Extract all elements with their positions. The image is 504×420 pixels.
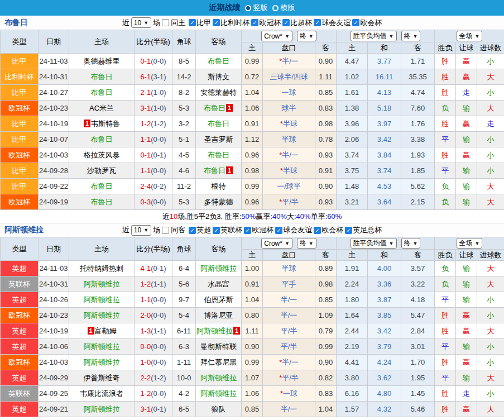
home-team-link[interactable]: 格拉茨风暴 xyxy=(84,151,120,159)
away-team-link[interactable]: 拜仁慕尼黑 xyxy=(200,358,237,366)
home-team-link[interactable]: 阿斯顿维拉 xyxy=(84,311,120,319)
odds-away-cell: 1.09 xyxy=(315,308,337,323)
home-team-link[interactable]: 阿斯顿维拉 xyxy=(84,280,120,288)
bookmaker-select[interactable]: Crow*▼ xyxy=(261,238,292,249)
checkbox-checked-icon[interactable]: ✓ xyxy=(282,19,290,26)
checkbox-checked-icon[interactable]: ✓ xyxy=(213,19,220,26)
checkbox-checked-icon[interactable]: ✓ xyxy=(244,227,251,234)
checkbox-checked-icon[interactable]: ✓ xyxy=(251,19,258,26)
radio-unselected-icon[interactable] xyxy=(272,5,279,11)
home-team-link[interactable]: 韦斯特鲁 xyxy=(91,120,120,128)
away-team-link[interactable]: 布鲁日 xyxy=(208,120,229,128)
home-team-link[interactable]: 布鲁日 xyxy=(91,182,113,190)
checkbox-checked-icon[interactable]: ✓ xyxy=(314,227,321,234)
red-card-badge: 1 xyxy=(226,166,233,174)
league-filter[interactable]: ✓比利时杯 xyxy=(213,18,249,28)
layout-radio-vertical[interactable]: 竖版 xyxy=(245,3,268,13)
league-filter[interactable]: ✓英足总杯 xyxy=(345,225,382,235)
wdl-average-select[interactable]: 胜平负均值▼ xyxy=(351,238,397,249)
home-team-link[interactable]: 托特纳姆热刺 xyxy=(80,264,123,273)
league-filter[interactable]: ✓欧冠杯 xyxy=(251,18,281,28)
away-team-link[interactable]: 布鲁日 xyxy=(208,57,229,65)
league-badge: 比甲 xyxy=(1,163,39,179)
checkbox-checked-icon[interactable]: ✓ xyxy=(213,227,220,234)
league-filter[interactable]: ✓球会友谊 xyxy=(314,18,351,28)
home-team-link[interactable]: 布鲁日 xyxy=(91,73,113,81)
home-team-link[interactable]: 布鲁日 xyxy=(91,88,113,97)
same-venue-checkbox[interactable] xyxy=(162,227,169,234)
handicap-text: 半球 xyxy=(282,135,296,144)
wdl-time-select[interactable]: 终▼ xyxy=(401,238,421,249)
avg-home-odds-cell: 4.47 xyxy=(337,54,368,69)
away-team-link[interactable]: 根特 xyxy=(212,182,226,190)
checkbox-checked-icon[interactable]: ✓ xyxy=(189,227,196,234)
handicap-cell: 半/一 xyxy=(263,292,315,308)
league-filter[interactable]: ✓英超 xyxy=(189,225,211,235)
away-team-link[interactable]: 曼彻斯特联 xyxy=(200,342,237,351)
bookmaker-select[interactable]: Crow*▼ xyxy=(261,31,292,41)
league-filter[interactable]: ✓球会友谊 xyxy=(275,225,312,235)
checkbox-checked-icon[interactable]: ✓ xyxy=(345,227,352,234)
away-team-link[interactable]: 安德莱赫特 xyxy=(200,88,237,97)
handicap-text: 球半 xyxy=(282,104,296,112)
avg-home-odds-cell: 1.64 xyxy=(337,308,368,323)
halftime-score: (1-2) xyxy=(151,120,166,128)
away-team-link[interactable]: 阿斯顿维拉 xyxy=(200,389,237,398)
home-team-link[interactable]: 阿斯顿维拉 xyxy=(84,295,120,304)
checkbox-checked-icon[interactable]: ✓ xyxy=(314,19,321,26)
same-venue-checkbox[interactable] xyxy=(162,19,169,26)
team-name[interactable]: 布鲁日 xyxy=(4,18,28,28)
home-team-link[interactable]: 阿斯顿维拉 xyxy=(84,342,120,351)
result-outcome-cell: 负 xyxy=(435,261,456,276)
away-team-link[interactable]: 布鲁日 xyxy=(204,104,225,112)
odds-time-select[interactable]: 终▼ xyxy=(297,238,316,249)
recent-count-select[interactable]: 10▼ xyxy=(131,17,151,28)
odds-time-select[interactable]: 终▼ xyxy=(297,31,316,41)
checkbox-checked-icon[interactable]: ✓ xyxy=(352,19,359,26)
league-badge: 比甲 xyxy=(1,54,39,69)
handicap-text: 平/半 xyxy=(281,342,297,351)
wdl-time-select[interactable]: 终▼ xyxy=(401,31,421,41)
home-team-link[interactable]: 布鲁日 xyxy=(91,198,113,206)
away-team-link[interactable]: 博洛尼亚 xyxy=(204,311,233,319)
home-team-link[interactable]: 沙勒罗瓦 xyxy=(87,166,116,175)
away-team-link[interactable]: 多特蒙德 xyxy=(204,198,233,206)
radio-selected-icon[interactable] xyxy=(245,5,251,11)
home-team-link[interactable]: 富勒姆 xyxy=(95,327,117,335)
avg-away-odds-cell: 3.01 xyxy=(401,339,435,355)
home-team-link[interactable]: 奥德赫维里 xyxy=(84,57,120,65)
scope-select[interactable]: 全场▼ xyxy=(457,31,483,41)
recent-count-select[interactable]: 10▼ xyxy=(131,225,151,236)
away-team-link[interactable]: 水晶宫 xyxy=(208,280,229,288)
league-filter[interactable]: ✓欧会杯 xyxy=(314,225,343,235)
team-name[interactable]: 阿斯顿维拉 xyxy=(4,225,44,235)
home-team-link[interactable]: 伊普斯维奇 xyxy=(84,374,120,382)
away-team-link[interactable]: 布鲁日 xyxy=(204,166,225,175)
away-team-link[interactable]: 狼队 xyxy=(212,405,226,413)
away-team-link[interactable]: 圣吉罗斯 xyxy=(204,135,233,144)
checkbox-checked-icon[interactable]: ✓ xyxy=(189,19,196,26)
home-team-link[interactable]: AC米兰 xyxy=(89,104,114,112)
home-team-link[interactable]: 布鲁日 xyxy=(91,135,113,144)
checkbox-checked-icon[interactable]: ✓ xyxy=(275,227,282,234)
home-team-link[interactable]: 阿斯顿维拉 xyxy=(84,405,120,413)
result-outcome-cell: 胜 xyxy=(435,323,456,339)
home-team-link[interactable]: 阿斯顿维拉 xyxy=(84,358,120,366)
away-team-link[interactable]: 阿斯顿维拉 xyxy=(200,264,237,273)
away-team-link[interactable]: 阿斯顿维拉 xyxy=(200,374,237,382)
league-filter[interactable]: ✓比甲 xyxy=(189,18,211,28)
wdl-average-select[interactable]: 胜平负均值▼ xyxy=(351,31,397,41)
league-filter[interactable]: ✓英联杯 xyxy=(213,225,242,235)
league-filter[interactable]: ✓比超杯 xyxy=(282,18,312,28)
away-team-link[interactable]: 阿斯顿维拉 xyxy=(196,327,233,335)
league-filter[interactable]: ✓欧会杯 xyxy=(352,18,382,28)
away-team-cell: 多特蒙德 xyxy=(196,194,242,210)
away-team-link[interactable]: 布鲁日 xyxy=(208,151,229,159)
away-team-link[interactable]: 斯博文 xyxy=(208,73,229,81)
away-team-cell: 斯博文 xyxy=(196,69,242,85)
league-filter[interactable]: ✓欧冠杯 xyxy=(244,225,273,235)
home-team-link[interactable]: 韦康比流浪者 xyxy=(80,389,123,398)
layout-radio-horizontal[interactable]: 横版 xyxy=(272,3,295,13)
away-team-link[interactable]: 伯恩茅斯 xyxy=(204,295,233,304)
scope-select[interactable]: 全场▼ xyxy=(457,238,483,249)
